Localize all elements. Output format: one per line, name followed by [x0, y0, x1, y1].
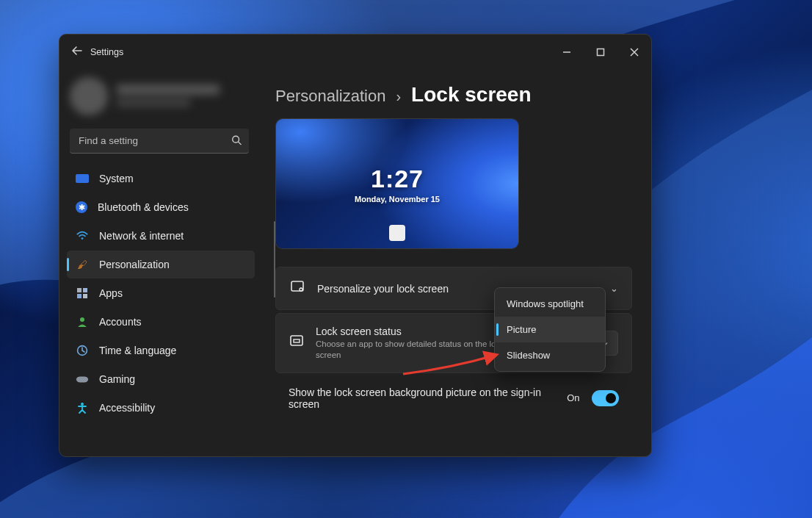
- sidebar-item-network[interactable]: Network & internet: [67, 222, 255, 250]
- row-title: Show the lock screen background picture …: [289, 386, 543, 410]
- sidebar-item-accessibility[interactable]: Accessibility: [67, 394, 255, 422]
- app-title: Settings: [90, 47, 123, 57]
- sidebar-item-system[interactable]: System: [67, 165, 255, 193]
- paintbrush-icon: 🖌: [76, 258, 89, 271]
- sidebar: System ✱ Bluetooth & devices Network & i…: [59, 70, 264, 456]
- signin-background-toggle[interactable]: [592, 390, 619, 406]
- bluetooth-icon: ✱: [76, 201, 87, 213]
- sidebar-item-apps[interactable]: Apps: [67, 279, 255, 307]
- sidebar-item-gaming[interactable]: Gaming: [67, 365, 255, 393]
- svg-rect-9: [76, 376, 88, 382]
- breadcrumb: Personalization › Lock screen: [275, 83, 632, 107]
- titlebar: Settings: [59, 35, 651, 70]
- flyout-option-slideshow[interactable]: Slideshow: [495, 342, 605, 368]
- chevron-down-icon: ⌄: [610, 283, 618, 294]
- sidebar-item-time[interactable]: Time & language: [67, 337, 255, 364]
- sidebar-item-label: Network & internet: [99, 230, 184, 242]
- row-subtitle: Choose an app to show detailed status on…: [316, 339, 508, 361]
- clock-globe-icon: [76, 344, 89, 357]
- svg-point-10: [81, 403, 84, 406]
- search-input[interactable]: [70, 129, 249, 154]
- sidebar-item-label: Accessibility: [99, 402, 155, 414]
- svg-rect-4: [83, 288, 87, 292]
- sidebar-item-label: Apps: [99, 287, 123, 299]
- close-button[interactable]: [617, 35, 651, 70]
- sidebar-item-label: Time & language: [99, 345, 176, 356]
- sidebar-item-label: System: [99, 173, 134, 184]
- svg-rect-5: [77, 294, 81, 298]
- sidebar-item-accounts[interactable]: Accounts: [67, 308, 255, 336]
- user-name-text: [117, 82, 234, 111]
- flyout-option-spotlight[interactable]: Windows spotlight: [495, 291, 605, 317]
- svg-rect-3: [77, 288, 81, 292]
- toggle-label: On: [567, 392, 579, 403]
- minimize-button[interactable]: [550, 35, 584, 70]
- sidebar-item-label: Accounts: [99, 316, 142, 328]
- chevron-right-icon: ›: [396, 88, 401, 105]
- svg-rect-13: [291, 336, 302, 345]
- sidebar-item-label: Bluetooth & devices: [98, 201, 189, 213]
- sidebar-item-label: Personalization: [99, 259, 170, 270]
- option-label: Picture: [507, 324, 536, 335]
- flyout-option-picture[interactable]: Picture: [495, 317, 605, 342]
- page-title: Lock screen: [411, 83, 531, 107]
- sidebar-item-bluetooth[interactable]: ✱ Bluetooth & devices: [67, 193, 255, 221]
- option-label: Windows spotlight: [507, 298, 584, 309]
- pinned-app-icon: [389, 225, 405, 241]
- svg-rect-14: [294, 339, 300, 342]
- display-icon: [76, 174, 89, 183]
- svg-rect-6: [83, 294, 87, 298]
- maximize-button[interactable]: [584, 35, 617, 70]
- row-title: Personalize your lock screen: [317, 283, 449, 295]
- svg-point-7: [80, 317, 84, 322]
- sidebar-nav: System ✱ Bluetooth & devices Network & i…: [65, 164, 259, 422]
- sidebar-item-label: Gaming: [99, 373, 135, 385]
- status-icon: [289, 334, 304, 352]
- picture-icon: [289, 279, 305, 298]
- apps-icon: [76, 287, 89, 300]
- svg-point-2: [81, 237, 84, 240]
- background-type-flyout: Windows spotlight Picture Slideshow: [494, 287, 606, 372]
- search-icon: [231, 135, 242, 148]
- row-title: Lock screen status: [316, 325, 508, 337]
- gamepad-icon: [76, 373, 89, 386]
- accessibility-icon: [76, 401, 89, 414]
- preview-time: 1:27: [371, 165, 424, 193]
- settings-window: Settings System: [59, 34, 652, 457]
- preview-date: Monday, November 15: [355, 195, 440, 204]
- breadcrumb-parent[interactable]: Personalization: [275, 87, 385, 106]
- main-content: Personalization › Lock screen 1:27 Monda…: [264, 70, 651, 456]
- sidebar-item-personalization[interactable]: 🖌 Personalization: [67, 251, 255, 278]
- window-controls: [550, 35, 651, 70]
- avatar: [70, 77, 108, 115]
- lock-screen-preview[interactable]: 1:27 Monday, November 15: [275, 118, 519, 249]
- back-button[interactable]: [70, 45, 84, 60]
- row-signin-background: Show the lock screen background picture …: [275, 376, 632, 420]
- user-account-header[interactable]: [70, 70, 249, 123]
- svg-rect-0: [598, 49, 604, 56]
- person-icon: [76, 315, 89, 328]
- option-label: Slideshow: [507, 350, 550, 361]
- wifi-icon: [76, 229, 89, 242]
- svg-rect-11: [291, 281, 303, 291]
